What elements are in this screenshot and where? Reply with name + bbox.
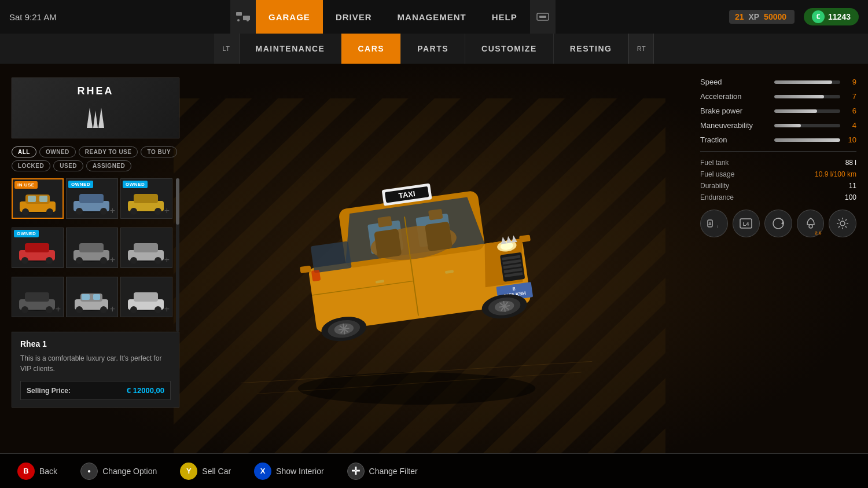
stat-brake-bar — [774, 109, 840, 113]
stat-maneuver-fill — [774, 124, 801, 127]
detail-fuel-usage: Fuel usage 10.9 l/100 km — [700, 170, 856, 178]
pill-all[interactable]: ALL — [12, 146, 36, 157]
svg-point-2 — [237, 19, 240, 21]
clock: Sat 9:21 AM — [9, 12, 57, 22]
svg-point-40 — [155, 257, 161, 264]
plus-icon-7: + — [110, 304, 115, 314]
stat-maneuver-label: Maneuverability — [700, 121, 770, 130]
action-filter[interactable]: ✛ Change Filter — [347, 463, 418, 480]
filter-pills: ALL OWNED READY TO USE TO BUY LOCKED USE… — [12, 146, 179, 171]
icon-engine: L4 — [733, 210, 760, 237]
scroll-bar[interactable] — [176, 178, 179, 332]
pill-tobuy[interactable]: TO BUY — [141, 146, 177, 157]
car-thumb-0[interactable]: IN USE — [12, 178, 64, 219]
pill-locked[interactable]: LOCKED — [12, 160, 50, 171]
detail-endurance-label: Endurance — [700, 193, 734, 201]
svg-rect-50 — [93, 294, 100, 300]
btn-x: X — [254, 463, 271, 480]
svg-rect-66 — [311, 241, 352, 273]
nav-garage[interactable]: GARAGE — [256, 0, 323, 34]
svg-rect-18 — [79, 194, 104, 203]
car-info-box: Rhea 1 This is a comfortable luxury car.… — [12, 332, 179, 408]
stat-maneuver-bar — [774, 124, 840, 127]
detail-fuel-tank: Fuel tank 88 l — [700, 159, 856, 167]
action-change-option-label: Change Option — [102, 467, 157, 476]
pill-ready[interactable]: READY TO USE — [79, 146, 138, 157]
sub-maintenance[interactable]: MAINTENANCE — [240, 34, 342, 64]
svg-point-57 — [155, 306, 161, 313]
left-panel: RHEA ALL OWNED READY TO USE TO BUY LOCKE… — [12, 78, 214, 408]
stat-speed: Speed 9 — [700, 78, 856, 86]
detail-endurance-value: 100 — [845, 193, 856, 201]
pill-owned[interactable]: OWNED — [39, 146, 76, 157]
svg-rect-72 — [377, 216, 392, 228]
icon-alarm: 2.6 — [797, 210, 825, 237]
rt-icon: RT — [628, 34, 654, 64]
svg-text:A: A — [708, 221, 712, 226]
car-thumb-1[interactable]: OWNED + — [66, 178, 118, 219]
car-thumb-5[interactable]: + — [120, 228, 172, 268]
icon-transmission: A i — [700, 210, 728, 237]
status-bar: Sat 9:21 AM GARAGE DRIVER MANAGEMENT HEL… — [0, 0, 868, 34]
svg-text:L4: L4 — [743, 221, 749, 227]
action-change-option[interactable]: ● Change Option — [80, 463, 157, 480]
sub-nav: LT MAINTENANCE CARS PARTS CUSTOMIZE REST… — [0, 34, 868, 64]
stat-brake-label: Brake power — [700, 107, 770, 115]
svg-point-45 — [46, 306, 53, 313]
svg-point-44 — [21, 306, 28, 313]
detail-fuel-tank-value: 88 l — [845, 159, 856, 167]
pill-used[interactable]: USED — [53, 160, 83, 171]
sub-parts[interactable]: PARTS — [401, 34, 465, 64]
icon-drivetrain — [764, 210, 792, 237]
brand-logo — [81, 102, 110, 131]
stat-traction-bar — [774, 138, 840, 142]
svg-rect-1 — [243, 16, 250, 20]
car-thumb-3[interactable]: OWNED — [12, 228, 64, 268]
svg-rect-23 — [134, 194, 158, 203]
detail-fuel-tank-label: Fuel tank — [700, 159, 729, 167]
stat-divider — [700, 151, 856, 152]
nav-driver[interactable]: DRIVER — [323, 0, 385, 34]
action-back[interactable]: B Back — [17, 463, 57, 480]
icon-settings — [829, 210, 856, 237]
btn-lb: ● — [80, 463, 98, 480]
sub-cars[interactable]: CARS — [341, 34, 401, 64]
stat-brake-fill — [774, 109, 817, 113]
alarm-value: 2.6 — [815, 230, 821, 236]
svg-point-24 — [130, 208, 137, 215]
detail-endurance: Endurance 100 — [700, 193, 856, 201]
pill-assigned[interactable]: ASSIGNED — [86, 160, 131, 171]
svg-point-52 — [100, 306, 107, 313]
svg-point-15 — [46, 208, 53, 215]
nav-help[interactable]: HELP — [479, 0, 530, 34]
car-thumb-4[interactable]: + — [66, 228, 118, 268]
car-thumb-6[interactable]: + — [12, 277, 64, 317]
detail-durability: Durability 11 — [700, 182, 856, 190]
sub-resting[interactable]: RESTING — [554, 34, 629, 64]
action-sell[interactable]: Y Sell Car — [180, 463, 231, 480]
brand-header: RHEA — [12, 78, 179, 138]
car-thumb-7[interactable]: + — [66, 277, 118, 317]
detail-durability-label: Durability — [700, 182, 729, 190]
main-nav: GARAGE DRIVER MANAGEMENT HELP — [230, 0, 556, 34]
stat-speed-fill — [774, 80, 832, 84]
svg-rect-55 — [134, 292, 158, 302]
nav-management[interactable]: MANAGEMENT — [385, 0, 479, 34]
svg-marker-7 — [93, 111, 98, 128]
stat-traction-label: Traction — [700, 135, 770, 144]
svg-rect-73 — [428, 208, 443, 220]
sub-customize[interactable]: CUSTOMIZE — [465, 34, 554, 64]
xp-display: 21 XP 50000 — [729, 10, 795, 24]
action-filter-label: Change Filter — [369, 467, 418, 476]
action-interior[interactable]: X Show Interior — [254, 463, 323, 480]
brand-name: RHEA — [77, 85, 113, 97]
lt-icon: LT — [214, 34, 240, 64]
car-thumb-2[interactable]: OWNED + — [120, 178, 172, 219]
svg-point-3 — [247, 19, 249, 21]
car-price-value: € 12000,00 — [127, 386, 164, 395]
euro-icon: € — [812, 10, 825, 23]
stat-maneuver: Maneuverability 4 — [700, 121, 856, 130]
status-right: 21 XP 50000 € 11243 — [729, 8, 859, 25]
currency-display: € 11243 — [804, 8, 859, 25]
car-thumb-8[interactable]: + — [120, 277, 172, 317]
